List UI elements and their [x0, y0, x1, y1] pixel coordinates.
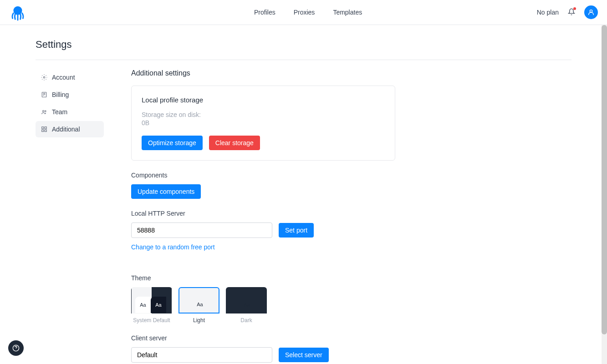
header-right: No plan	[537, 5, 598, 19]
svg-rect-9	[45, 130, 46, 131]
logo[interactable]	[9, 4, 26, 21]
storage-title: Local profile storage	[142, 96, 385, 104]
sidebar-item-account[interactable]: Account	[36, 69, 104, 86]
container: Settings Account Billing Team	[0, 25, 607, 364]
content: Account Billing Team Additional	[36, 69, 571, 364]
components-section: Components Update components	[131, 172, 571, 199]
plan-label[interactable]: No plan	[537, 9, 559, 16]
svg-rect-6	[42, 127, 44, 129]
theme-system[interactable]: Aa Aa System Default	[131, 287, 172, 324]
http-label: Local HTTP Server	[131, 210, 571, 217]
http-row: Set port	[131, 222, 571, 238]
sidebar-item-label: Additional	[52, 126, 80, 133]
sidebar-item-label: Billing	[52, 91, 69, 98]
sidebar-item-label: Account	[52, 74, 75, 81]
nav: Profiles Proxies Templates	[254, 9, 362, 16]
scrollbar-thumb[interactable]	[602, 25, 607, 334]
theme-aa: Aa	[189, 296, 211, 313]
theme-label-dark: Dark	[226, 317, 267, 324]
svg-point-1	[590, 10, 592, 12]
theme-light[interactable]: Aa Light	[179, 287, 219, 324]
sidebar: Account Billing Team Additional	[36, 69, 104, 364]
storage-value: 0B	[142, 119, 385, 126]
theme-label: Theme	[131, 274, 571, 282]
scrollbar[interactable]	[602, 25, 607, 364]
svg-point-4	[43, 111, 45, 112]
page-title: Settings	[36, 39, 571, 51]
question-icon	[12, 344, 20, 352]
set-port-button[interactable]: Set port	[279, 223, 314, 238]
svg-point-5	[45, 111, 46, 111]
theme-box-system: Aa Aa	[131, 287, 172, 313]
svg-rect-7	[45, 127, 46, 129]
gear-icon	[41, 74, 47, 81]
clear-storage-button[interactable]: Clear storage	[209, 136, 260, 150]
theme-box-dark: Aa	[226, 287, 267, 313]
grid-icon	[41, 126, 47, 132]
theme-section: Theme Aa Aa System Default	[131, 274, 571, 324]
notification-dot	[573, 7, 576, 10]
http-section: Local HTTP Server Set port Change to a r…	[131, 210, 571, 263]
update-components-button[interactable]: Update components	[131, 184, 201, 199]
users-icon	[41, 109, 47, 115]
port-input[interactable]	[131, 222, 272, 238]
optimize-storage-button[interactable]: Optimize storage	[142, 136, 203, 150]
theme-label-system: System Default	[131, 317, 172, 324]
help-button[interactable]	[8, 340, 24, 356]
octopus-icon	[9, 4, 26, 21]
nav-proxies[interactable]: Proxies	[294, 9, 315, 16]
theme-aa: Aa	[135, 297, 151, 313]
svg-rect-8	[42, 130, 44, 131]
server-section: Client server Select server	[131, 334, 571, 363]
random-port-link[interactable]: Change to a random free port	[131, 243, 215, 251]
section-title: Additional settings	[131, 69, 571, 77]
storage-card: Local profile storage Storage size on di…	[131, 86, 395, 161]
sidebar-item-team[interactable]: Team	[36, 104, 104, 120]
server-row: Select server	[131, 347, 571, 363]
theme-dark[interactable]: Aa Dark	[226, 287, 267, 324]
header: Profiles Proxies Templates No plan	[0, 0, 607, 25]
sidebar-item-billing[interactable]: Billing	[36, 86, 104, 103]
components-label: Components	[131, 172, 571, 179]
building-icon	[41, 91, 47, 98]
theme-label-light: Light	[179, 317, 219, 324]
sidebar-item-additional[interactable]: Additional	[36, 121, 104, 137]
divider	[36, 60, 571, 60]
theme-aa: Aa	[151, 297, 166, 313]
server-input[interactable]	[131, 347, 272, 363]
select-server-button[interactable]: Select server	[279, 348, 329, 362]
user-icon	[587, 9, 595, 16]
avatar[interactable]	[584, 5, 598, 19]
storage-label: Storage size on disk:	[142, 111, 385, 118]
theme-box-light: Aa	[179, 287, 219, 313]
theme-options: Aa Aa System Default Aa Light	[131, 287, 571, 324]
server-label: Client server	[131, 334, 571, 342]
sidebar-item-label: Team	[52, 108, 67, 116]
main: Additional settings Local profile storag…	[131, 69, 571, 364]
notifications-button[interactable]	[568, 8, 575, 17]
nav-profiles[interactable]: Profiles	[254, 9, 275, 16]
svg-point-2	[43, 76, 45, 78]
storage-buttons: Optimize storage Clear storage	[142, 136, 385, 150]
nav-templates[interactable]: Templates	[333, 9, 362, 16]
theme-aa: Aa	[235, 297, 258, 313]
